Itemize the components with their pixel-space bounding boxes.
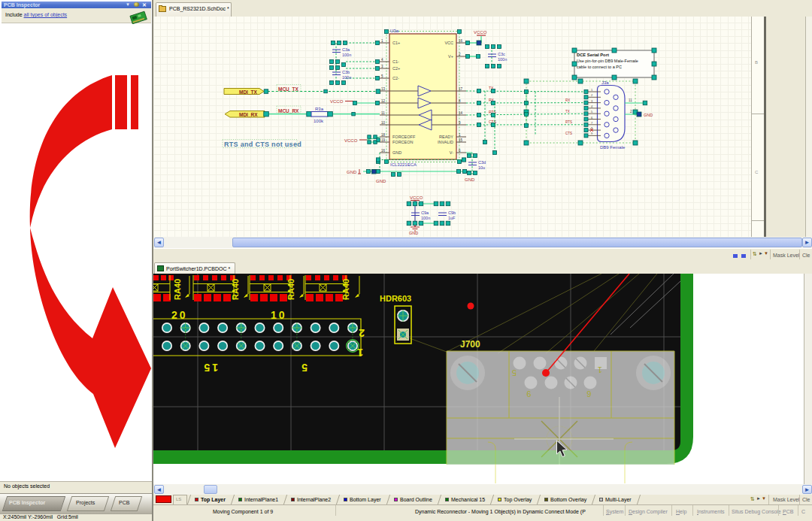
svg-text:J700: J700 bbox=[460, 339, 480, 350]
svg-text:100k: 100k bbox=[314, 119, 324, 123]
svg-text:5: 5 bbox=[299, 362, 308, 374]
svg-text:1uF: 1uF bbox=[448, 216, 456, 220]
svg-text:16: 16 bbox=[381, 149, 386, 153]
svg-text:16: 16 bbox=[459, 39, 463, 43]
svg-text:100n: 100n bbox=[342, 75, 351, 80]
svg-text:GND: GND bbox=[392, 150, 401, 155]
svg-text:9: 9 bbox=[586, 389, 591, 398]
svg-text:C9a: C9a bbox=[421, 211, 429, 215]
svg-text:C3d: C3d bbox=[478, 160, 486, 165]
svg-text:8: 8 bbox=[459, 99, 461, 103]
svg-text:1: 1 bbox=[381, 39, 383, 43]
svg-text:Use pin-for-pin DB9 Male-Femal: Use pin-for-pin DB9 Male-Female bbox=[577, 59, 638, 63]
svg-text:RA40: RA40 bbox=[231, 279, 240, 300]
svg-text:C3c: C3c bbox=[498, 52, 505, 56]
svg-text:RA40: RA40 bbox=[286, 279, 295, 300]
svg-text:TX: TX bbox=[565, 110, 570, 114]
svg-text:4: 4 bbox=[591, 105, 593, 108]
svg-text:C3a: C3a bbox=[342, 47, 350, 52]
svg-text:9: 9 bbox=[591, 132, 593, 135]
svg-text:7: 7 bbox=[591, 121, 593, 125]
svg-text:GND: GND bbox=[376, 179, 386, 183]
svg-text:15: 15 bbox=[459, 138, 463, 142]
svg-text:1: 1 bbox=[591, 88, 593, 92]
svg-text:VCCO: VCCO bbox=[344, 138, 358, 143]
svg-text:11: 11 bbox=[629, 98, 632, 102]
svg-text:10: 10 bbox=[271, 309, 287, 321]
svg-text:C2+: C2+ bbox=[392, 66, 400, 71]
svg-text:RX: RX bbox=[565, 98, 570, 102]
svg-text:100n: 100n bbox=[421, 216, 430, 220]
svg-text:MDI_TX: MDI_TX bbox=[239, 89, 258, 95]
svg-text:18: 18 bbox=[381, 133, 386, 137]
svg-text:1: 1 bbox=[598, 365, 602, 374]
svg-text:HDR603: HDR603 bbox=[380, 294, 411, 303]
svg-text:5: 5 bbox=[591, 110, 593, 114]
svg-text:V-: V- bbox=[450, 150, 453, 155]
svg-text:C1-: C1- bbox=[392, 59, 399, 64]
svg-text:VCCO: VCCO bbox=[330, 99, 344, 104]
svg-text:GND: GND bbox=[347, 170, 357, 174]
svg-text:20: 20 bbox=[171, 309, 188, 321]
svg-text:MCU_TX: MCU_TX bbox=[278, 86, 298, 92]
svg-text:100n: 100n bbox=[498, 57, 507, 62]
svg-text:14: 14 bbox=[459, 111, 463, 115]
svg-text:C1+: C1+ bbox=[392, 41, 400, 45]
svg-text:3: 3 bbox=[381, 65, 383, 68]
svg-text:9: 9 bbox=[459, 121, 461, 125]
svg-text:DB9 Female: DB9 Female bbox=[600, 145, 626, 150]
svg-text:GND: GND bbox=[409, 231, 418, 235]
svg-text:19: 19 bbox=[381, 138, 386, 142]
svg-text:100n: 100n bbox=[342, 53, 351, 57]
svg-text:cable to connect to a PC: cable to connect to a PC bbox=[577, 65, 622, 69]
svg-text:6: 6 bbox=[459, 149, 461, 153]
svg-text:5: 5 bbox=[512, 368, 517, 377]
svg-text:C3b: C3b bbox=[342, 70, 350, 74]
svg-text:2: 2 bbox=[591, 93, 593, 97]
svg-text:FORCEON: FORCEON bbox=[392, 140, 414, 144]
svg-text:CTS: CTS bbox=[565, 132, 572, 135]
svg-text:3: 3 bbox=[591, 99, 593, 103]
svg-text:MCU_RX: MCU_RX bbox=[278, 108, 299, 114]
svg-text:ICL3221ECA: ICL3221ECA bbox=[390, 162, 417, 167]
svg-text:RA40: RA40 bbox=[341, 279, 350, 300]
svg-text:INVALID: INVALID bbox=[438, 140, 453, 144]
svg-text:V+: V+ bbox=[448, 54, 453, 59]
svg-text:DCE Serial Port: DCE Serial Port bbox=[577, 53, 609, 57]
svg-text:GND: GND bbox=[465, 177, 475, 182]
svg-text:C2-: C2- bbox=[392, 76, 399, 80]
svg-text:2: 2 bbox=[630, 110, 632, 114]
svg-text:FORCEOFF: FORCEOFF bbox=[392, 135, 416, 139]
svg-text:2: 2 bbox=[356, 327, 365, 339]
svg-text:6: 6 bbox=[591, 116, 593, 120]
svg-text:C9b: C9b bbox=[448, 211, 456, 215]
svg-text:U3a: U3a bbox=[390, 29, 399, 33]
svg-text:1: 1 bbox=[459, 133, 461, 137]
svg-text:READY: READY bbox=[439, 135, 453, 139]
svg-text:RA40: RA40 bbox=[173, 279, 182, 300]
svg-text:GND: GND bbox=[644, 113, 653, 117]
svg-text:R3a: R3a bbox=[315, 107, 324, 111]
svg-text:RTS: RTS bbox=[565, 120, 572, 124]
svg-text:12: 12 bbox=[381, 99, 386, 103]
svg-text:15: 15 bbox=[201, 362, 218, 374]
svg-text:MDI_RX: MDI_RX bbox=[239, 112, 258, 117]
svg-text:10u: 10u bbox=[478, 165, 485, 170]
svg-text:11: 11 bbox=[381, 111, 385, 115]
svg-text:6: 6 bbox=[526, 389, 531, 398]
svg-text:VCCO: VCCO bbox=[474, 30, 487, 35]
svg-text:VCCO: VCCO bbox=[410, 195, 423, 200]
svg-text:4: 4 bbox=[381, 58, 383, 62]
svg-text:5: 5 bbox=[381, 74, 383, 78]
svg-text:10: 10 bbox=[381, 121, 386, 125]
svg-text:13: 13 bbox=[381, 87, 386, 91]
svg-text:17: 17 bbox=[459, 87, 463, 91]
svg-text:VCC: VCC bbox=[444, 41, 453, 45]
svg-text:2: 2 bbox=[459, 53, 461, 56]
svg-text:J3a: J3a bbox=[601, 80, 609, 85]
svg-text:1: 1 bbox=[355, 347, 363, 359]
svg-text:RTS and CTS not used: RTS and CTS not used bbox=[224, 141, 301, 148]
